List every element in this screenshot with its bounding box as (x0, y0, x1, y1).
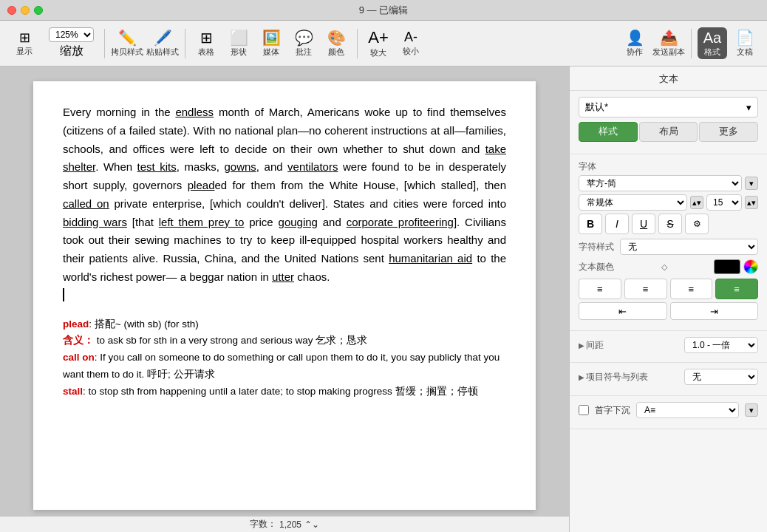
style-dropdown[interactable]: 默认* ▾ (579, 97, 758, 117)
color-button[interactable]: 🎨 颜色 (321, 29, 351, 58)
font-smaller-button[interactable]: A- 较小 (396, 30, 426, 57)
word-count-stepper[interactable]: ⌃⌄ (304, 519, 319, 530)
table-label: 表格 (198, 47, 214, 58)
paste-style-label: 粘贴样式 (146, 47, 179, 58)
document-button[interactable]: 📄 文稿 (730, 29, 760, 58)
underline-gouging: gouging (279, 216, 318, 228)
font-style-stepper[interactable]: ▴▾ (690, 196, 703, 209)
close-button[interactable] (7, 6, 16, 15)
vocab-meaning-label-plead: 含义： (63, 335, 94, 346)
vocab-meaning-plead: 含义： to ask sb for sth in a very strong a… (63, 332, 506, 349)
table-icon: ⊞ (200, 29, 213, 47)
font-style-row: 常规体 ▴▾ 15 ▴▾ (579, 194, 758, 211)
font-size-select[interactable]: 15 (706, 194, 742, 211)
dropcap-row: 首字下沉 A≡ ▾ (579, 402, 758, 418)
char-style-select[interactable]: 无 (620, 239, 758, 255)
color-wheel-button[interactable] (743, 259, 758, 274)
vocab-section: plead: 搭配~ (with sb) (for sth) 含义： to as… (63, 316, 506, 401)
color-swatch-wrap (714, 259, 758, 274)
sep2 (185, 29, 185, 58)
doc-text[interactable]: Every morning in the endless month of Ma… (63, 103, 506, 287)
copy-style-button[interactable]: ✏️ 拷贝样式 (111, 29, 143, 58)
collab-icon: 👤 (626, 29, 644, 47)
indent-increase-button[interactable]: ⇥ (670, 302, 759, 320)
word-count-value: 1,205 (279, 519, 301, 530)
minimize-button[interactable] (21, 6, 30, 15)
text-color-label: 文本颜色 (579, 261, 614, 273)
shape-label: 形状 (231, 47, 247, 58)
font-larger-button[interactable]: A+ 较大 (364, 28, 393, 58)
spacing-select[interactable]: 1.0 - 一倍 (684, 337, 758, 353)
send-label: 发送副本 (652, 47, 685, 58)
font-size-stepper[interactable]: ▴▾ (745, 196, 758, 209)
paste-style-button[interactable]: 🖊️ 粘贴样式 (146, 29, 179, 58)
tab-layout[interactable]: 布局 (639, 122, 698, 142)
dropcap-label: 首字下沉 (595, 404, 630, 417)
align-center-button[interactable]: ≡ (624, 279, 667, 299)
view-label: 显示 (16, 46, 33, 57)
list-expand-icon[interactable]: ▶ (579, 373, 584, 381)
tab-style[interactable]: 样式 (579, 122, 638, 142)
font-larger-icon: A+ (368, 28, 389, 47)
fullscreen-button[interactable] (34, 6, 43, 15)
dropcap-checkbox[interactable] (579, 405, 589, 415)
doc-scroll[interactable]: Every morning in the endless month of Ma… (0, 66, 569, 516)
vocab-entry-stall: stall: to stop sth from happening until … (63, 383, 506, 400)
list-row: ▶ 项目符号与列表 无 (579, 369, 758, 385)
window-title: 9 — 已编辑 (359, 4, 408, 17)
font-family-select[interactable]: 苹方-简 (579, 175, 742, 191)
align-right-button[interactable]: ≡ (670, 279, 713, 299)
underline-button[interactable]: U (632, 214, 655, 234)
list-section: ▶ 项目符号与列表 无 (570, 363, 767, 396)
view-button[interactable]: ⊞ 显示 (12, 28, 37, 58)
underline-endless: endless (175, 106, 214, 118)
spacing-text: 间距 (586, 339, 604, 352)
collab-button[interactable]: 👤 协作 (620, 29, 650, 58)
zoom-select[interactable]: 125% (49, 27, 94, 42)
font-family-stepper[interactable]: ▾ (745, 177, 758, 190)
tab-more[interactable]: 更多 (699, 122, 758, 142)
font-section-label: 字体 (579, 160, 758, 173)
underline-pleaded: plead (188, 179, 215, 191)
table-button[interactable]: ⊞ 表格 (191, 29, 221, 58)
spacing-row: ▶ 间距 1.0 - 一倍 (579, 337, 758, 353)
align-justify-button[interactable]: ≡ (715, 279, 758, 299)
comment-label: 批注 (296, 47, 312, 58)
doc-area: Every morning in the endless month of Ma… (0, 66, 569, 532)
bold-button[interactable]: B (579, 214, 602, 234)
underline-gowns: gowns (225, 160, 256, 173)
indent-decrease-button[interactable]: ⇤ (579, 302, 667, 320)
media-button[interactable]: 🖼️ 媒体 (256, 29, 286, 58)
font-style-select[interactable]: 常规体 (579, 194, 687, 211)
underline-called-on: called on (63, 197, 109, 210)
dropcap-stepper[interactable]: ▾ (745, 403, 758, 417)
text-color-chevron[interactable]: ◇ (661, 262, 667, 272)
spacing-expand-icon[interactable]: ▶ (579, 341, 584, 349)
dropcap-style-select[interactable]: A≡ (636, 402, 739, 418)
shape-button[interactable]: ⬜ 形状 (224, 29, 253, 58)
chevron-down-icon: ▾ (746, 102, 751, 113)
copy-style-label: 拷贝样式 (111, 47, 143, 58)
font-section: 字体 苹方-简 ▾ 常规体 ▴▾ 15 ▴▾ (570, 154, 767, 331)
shape-icon: ⬜ (230, 29, 248, 47)
sep4 (691, 29, 692, 58)
panel-title: 文本 (570, 66, 767, 91)
panel-scroll[interactable]: 默认* ▾ 样式 布局 更多 字体 苹方-简 ▾ (570, 91, 767, 532)
color-icon: 🎨 (327, 29, 346, 47)
strikethrough-button[interactable]: S (658, 214, 682, 234)
dropcap-section: 首字下沉 A≡ ▾ (570, 396, 767, 429)
list-select[interactable]: 无 (684, 369, 758, 385)
format-button[interactable]: Aa 格式 (698, 27, 727, 59)
doc-page[interactable]: Every morning in the endless month of Ma… (33, 81, 536, 510)
underline-left-them: left them prey to (159, 216, 245, 228)
italic-button[interactable]: I (605, 214, 629, 234)
align-row: ≡ ≡ ≡ ≡ (579, 279, 758, 299)
text-color-swatch[interactable] (714, 259, 740, 274)
more-format-button[interactable]: ⚙ (685, 214, 709, 234)
vocab-entry-plead: plead: 搭配~ (with sb) (for sth) (63, 316, 506, 333)
align-left-button[interactable]: ≡ (579, 279, 621, 299)
comment-button[interactable]: 💬 批注 (289, 29, 318, 58)
zoom-group: 125% 缩放 (44, 27, 98, 59)
send-button[interactable]: 📤 发送副本 (652, 29, 685, 58)
font-family-row: 苹方-简 ▾ (579, 175, 758, 191)
